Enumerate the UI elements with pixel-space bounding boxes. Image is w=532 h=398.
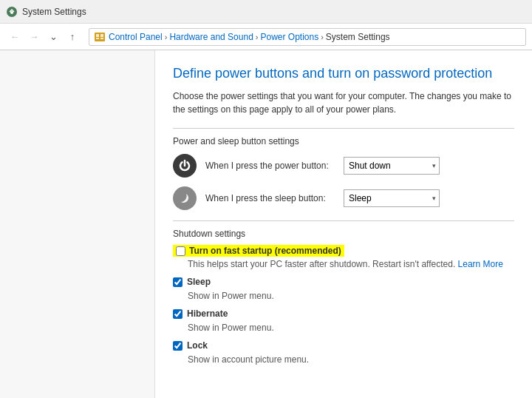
sleep-description: Show in Power menu. (188, 290, 514, 303)
top-divider (173, 128, 514, 129)
title-bar: System Settings (0, 0, 532, 24)
app-icon (6, 6, 18, 18)
sep2: › (256, 33, 259, 41)
fast-startup-description: This helps start your PC faster after sh… (188, 258, 514, 271)
power-button-label: When I press the power button: (205, 161, 335, 171)
window: System Settings ← → ⌄ ↑ Control Panel › … (0, 0, 532, 398)
power-symbol-icon (178, 159, 191, 172)
sep3: › (321, 33, 324, 41)
back-button[interactable]: ← (6, 28, 24, 46)
breadcrumb-power-options[interactable]: Power Options (260, 32, 318, 42)
address-bar: ← → ⌄ ↑ Control Panel › Hardware and Sou… (0, 24, 532, 50)
forward-button[interactable]: → (25, 28, 43, 46)
sleep-label[interactable]: Sleep (187, 277, 211, 287)
svg-rect-2 (95, 33, 105, 41)
power-dropdown-wrapper: Shut down Sleep Hibernate Turn off the d… (344, 157, 440, 175)
lock-row: Lock (173, 340, 514, 351)
sleep-group: Sleep Show in Power menu. (173, 277, 514, 303)
sleep-row: Sleep (173, 277, 514, 287)
breadcrumb-current: System Settings (326, 32, 390, 42)
svg-point-1 (10, 11, 13, 14)
sleep-symbol-icon (178, 192, 191, 205)
svg-rect-5 (96, 38, 99, 39)
sleep-checkbox[interactable] (173, 277, 183, 287)
page-description: Choose the power settings that you want … (173, 90, 514, 116)
learn-more-link[interactable]: Learn More (458, 259, 503, 269)
lock-checkbox[interactable] (173, 341, 183, 351)
power-section-label: Power and sleep button settings (173, 136, 514, 146)
shutdown-divider (173, 220, 514, 221)
breadcrumb-control-panel[interactable]: Control Panel (109, 32, 163, 42)
hibernate-label[interactable]: Hibernate (187, 308, 228, 319)
power-button-row: When I press the power button: Shut down… (173, 154, 514, 178)
content-area: Define power buttons and turn on passwor… (0, 50, 532, 398)
sleep-button-dropdown[interactable]: Sleep Shut down Hibernate Turn off the d… (344, 189, 440, 207)
up-button[interactable]: ↑ (64, 28, 81, 46)
hibernate-group: Hibernate Show in Power menu. (173, 308, 514, 334)
lock-description: Show in account picture menu. (188, 354, 514, 366)
power-icon (173, 154, 197, 178)
hibernate-description: Show in Power menu. (188, 322, 514, 334)
control-panel-icon (94, 31, 106, 43)
svg-rect-4 (100, 34, 103, 37)
lock-label[interactable]: Lock (187, 340, 208, 351)
down-arrow-button[interactable]: ⌄ (44, 28, 62, 46)
lock-group: Lock Show in account picture menu. (173, 340, 514, 366)
sep1: › (165, 33, 168, 41)
hibernate-checkbox[interactable] (173, 309, 183, 319)
fast-startup-checkbox[interactable] (176, 246, 185, 256)
power-button-dropdown[interactable]: Shut down Sleep Hibernate Turn off the d… (344, 157, 440, 175)
left-panel (0, 50, 155, 398)
breadcrumb: Control Panel › Hardware and Sound › Pow… (89, 28, 526, 46)
fast-startup-label[interactable]: Turn on fast startup (recommended) (189, 246, 341, 256)
breadcrumb-hardware-sound[interactable]: Hardware and Sound (169, 32, 253, 42)
title-bar-text: System Settings (22, 7, 86, 17)
page-title: Define power buttons and turn on passwor… (173, 65, 514, 82)
sleep-dropdown-wrapper: Sleep Shut down Hibernate Turn off the d… (344, 189, 440, 207)
right-panel: Define power buttons and turn on passwor… (155, 50, 532, 398)
nav-buttons: ← → ⌄ ↑ (6, 28, 81, 46)
fast-startup-row: Turn on fast startup (recommended) (173, 245, 344, 257)
svg-rect-3 (96, 34, 99, 37)
svg-rect-6 (100, 38, 103, 39)
hibernate-row: Hibernate (173, 308, 514, 319)
sleep-button-row: When I press the sleep button: Sleep Shu… (173, 186, 514, 210)
shutdown-section-label: Shutdown settings (173, 229, 514, 239)
sleep-button-label: When I press the sleep button: (205, 193, 335, 203)
sleep-icon (173, 186, 197, 210)
fast-startup-group: Turn on fast startup (recommended) This … (173, 245, 514, 271)
